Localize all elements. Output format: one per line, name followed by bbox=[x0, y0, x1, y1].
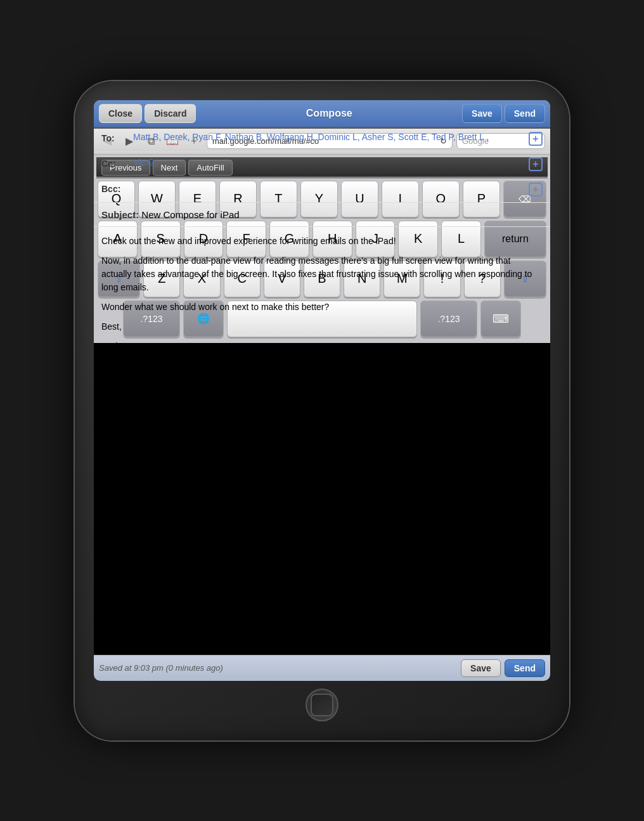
discard-button[interactable]: Discard bbox=[145, 104, 196, 123]
compose-toolbar: Close Discard Compose Save Send bbox=[94, 100, 550, 127]
cc-recipients[interactable]: Vic G, bbox=[133, 157, 529, 167]
compose-footer: Saved at 9:03 pm (0 minutes ago) Save Se… bbox=[94, 655, 550, 681]
save-button[interactable]: Save bbox=[462, 104, 502, 123]
compose-content: To: Matt B, Derek, Ryan F, Nathan B, Wol… bbox=[94, 127, 550, 681]
to-recipients[interactable]: Matt B, Derek, Ryan F, Nathan B, Wolfgan… bbox=[133, 132, 529, 142]
subject-row: Subject: New Compose for iPad bbox=[94, 203, 550, 227]
body-line3: Wonder what we should work on next to ma… bbox=[101, 301, 543, 314]
home-button-inner bbox=[311, 694, 333, 716]
to-label: To: bbox=[101, 132, 133, 143]
body-signature1: Best, bbox=[101, 320, 543, 333]
home-button[interactable] bbox=[306, 688, 338, 721]
footer-send-button[interactable]: Send bbox=[505, 659, 545, 677]
subject-label: Subject: bbox=[101, 209, 139, 220]
close-button[interactable]: Close bbox=[99, 104, 142, 123]
cc-add-button[interactable]: + bbox=[529, 157, 543, 171]
compose-scroll[interactable]: To: Matt B, Derek, Ryan F, Nathan B, Wol… bbox=[94, 127, 550, 655]
to-add-button[interactable]: + bbox=[529, 132, 543, 146]
to-recipients-text: Matt B, Derek, Ryan F, Nathan B, Wolfgan… bbox=[133, 132, 489, 142]
body-line2: Now, in addition to the dual-pane view f… bbox=[101, 254, 543, 294]
compose-overlay: Close Discard Compose Save Send To: Matt… bbox=[94, 100, 550, 681]
subject-value[interactable]: New Compose for iPad bbox=[141, 209, 239, 220]
saved-status: Saved at 9:03 pm (0 minutes ago) bbox=[99, 663, 457, 673]
bcc-add-button[interactable]: + bbox=[529, 183, 543, 197]
body-line1: Check out the new and improved experienc… bbox=[101, 235, 543, 248]
bcc-label: Bcc: bbox=[101, 183, 133, 194]
cc-row: Cc: Vic G, + bbox=[94, 152, 550, 178]
cc-label: Cc: bbox=[101, 157, 133, 169]
send-button[interactable]: Send bbox=[505, 104, 545, 123]
to-row: To: Matt B, Derek, Ryan F, Nathan B, Wol… bbox=[94, 127, 550, 152]
cc-recipients-text: Vic G, bbox=[133, 157, 157, 167]
compose-title: Compose bbox=[198, 108, 460, 119]
footer-save-button[interactable]: Save bbox=[461, 659, 501, 677]
body-signature2: Craig bbox=[101, 340, 543, 353]
bcc-row: Bcc: + bbox=[94, 178, 550, 203]
email-body[interactable]: Check out the new and improved experienc… bbox=[94, 227, 550, 367]
